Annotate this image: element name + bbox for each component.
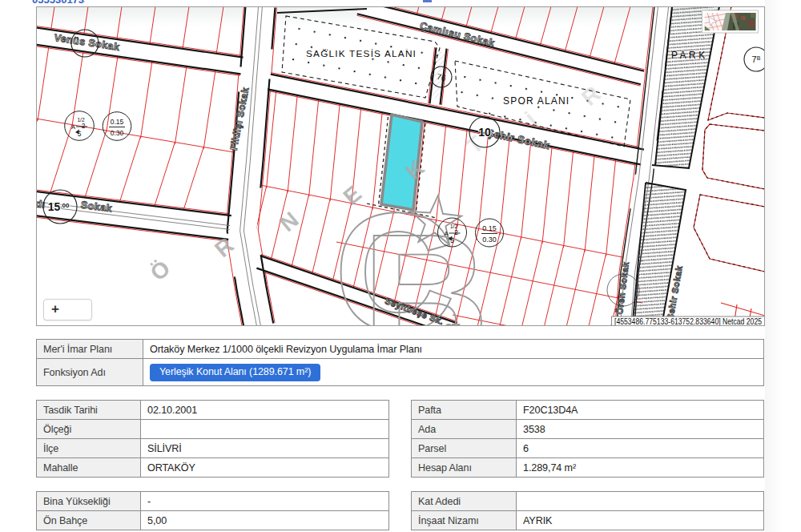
svg-text:SPOR ALANI: SPOR ALANI [503,95,570,107]
svg-text:PARK: PARK [671,50,708,61]
svg-text:0.30: 0.30 [482,236,497,244]
svg-text:0.15: 0.15 [482,224,497,232]
svg-text:0.15: 0.15 [111,118,124,126]
svg-text:10: 10 [478,126,491,139]
svg-text:2: 2 [82,122,86,130]
svg-text:SM: SM [445,323,460,325]
svg-text:0.30: 0.30 [111,129,124,137]
svg-text:A: A [445,230,449,237]
svg-text:SAĞLIK TESİS ALANI: SAĞLIK TESİS ALANI [306,48,417,59]
svg-text:B: B [362,198,489,325]
svg-text:2: 2 [454,228,458,236]
svg-text:[4553486.775133-613752.833640]: [4553486.775133-613752.833640] Netcad 20… [614,317,762,325]
